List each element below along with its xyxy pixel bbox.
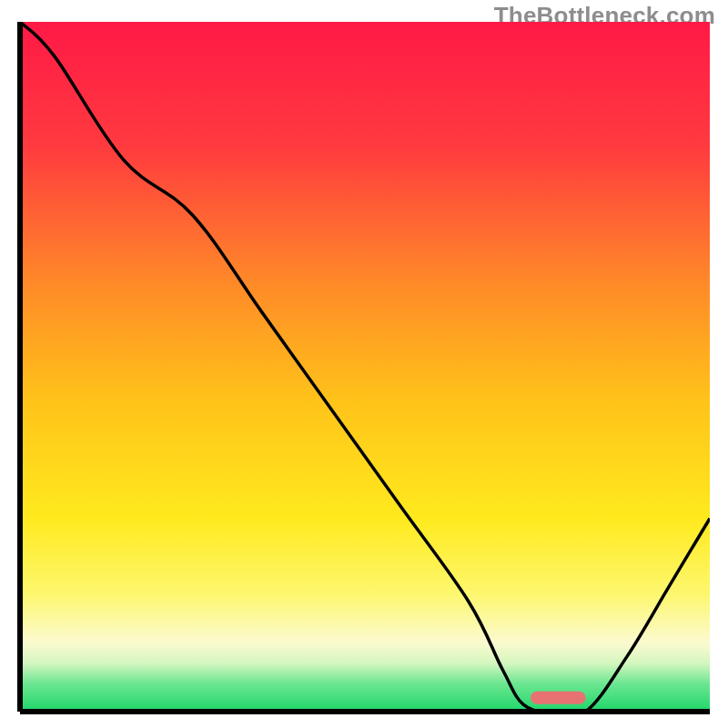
optimal-marker [531,692,586,704]
chart-container: TheBottleneck.com [0,0,728,728]
x-axis [20,709,710,714]
y-axis [17,22,23,712]
plot-area [20,22,710,712]
gradient-background [20,22,710,712]
chart-svg [20,22,710,712]
